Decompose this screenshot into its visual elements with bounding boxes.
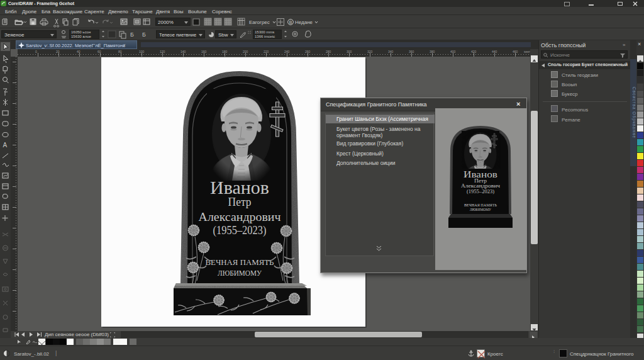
svg-text:(1955–2023): (1955–2023)	[467, 189, 494, 194]
svg-text:ЛЮБИМОМУ: ЛЮБИМОМУ	[218, 269, 262, 278]
svg-text:Александрович: Александрович	[461, 183, 500, 189]
svg-text:ЛЮБИМОМУ: ЛЮБИМОМУ	[470, 208, 491, 211]
svg-text:A: A	[3, 142, 8, 149]
svg-text:ВЕЧНАЯ ПАМЯТЬ: ВЕЧНАЯ ПАМЯТЬ	[206, 258, 274, 267]
svg-text:Б: Б	[130, 31, 134, 38]
svg-text:ВЕЧНАЯ ПАМЯТЬ: ВЕЧНАЯ ПАМЯТЬ	[464, 203, 497, 207]
svg-text:Петр: Петр	[228, 195, 252, 208]
svg-text:Б: Б	[142, 31, 146, 38]
svg-text:Александрович: Александрович	[199, 210, 281, 223]
svg-text:B: B	[289, 20, 292, 25]
svg-text:(1955–2023): (1955–2023)	[213, 224, 267, 237]
